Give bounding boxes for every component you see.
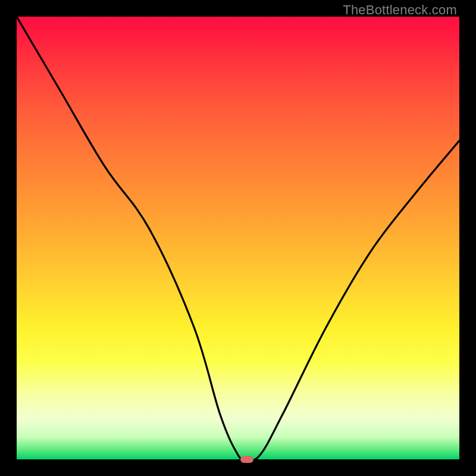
optimal-marker: [240, 456, 253, 463]
chart-container: TheBottleneck.com: [0, 0, 476, 476]
plot-area: [17, 17, 459, 459]
curve-path: [17, 17, 459, 459]
bottleneck-curve: [17, 17, 459, 459]
watermark-text: TheBottleneck.com: [343, 2, 457, 18]
